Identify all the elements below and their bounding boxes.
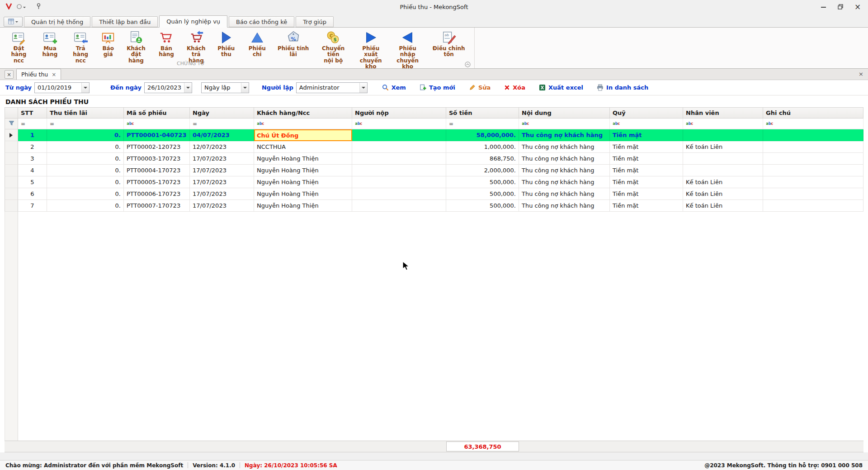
cell-noi_dung[interactable]: Thu công nợ khách hàng <box>519 188 610 200</box>
application-menu-button[interactable] <box>4 17 23 27</box>
column-header-so_tien[interactable]: Số tiền <box>446 107 519 119</box>
cell-noi_dung[interactable]: Thu công nợ khách hàng <box>519 200 610 212</box>
cell-thu_tien_lai[interactable]: 0. <box>47 165 124 176</box>
cell-noi_dung[interactable]: Thu công nợ khách hàng <box>519 141 610 153</box>
column-header-khach_hang[interactable]: Khách hàng/Ncc <box>254 107 352 119</box>
cell-quy[interactable]: Tiền mặt <box>610 188 683 200</box>
filter-cell-nhan_vien[interactable]: abc <box>683 119 763 129</box>
from-date-dropdown-button[interactable] <box>81 83 89 93</box>
cell-ghi_chu[interactable] <box>763 176 863 188</box>
tab-close-icon[interactable]: × <box>52 71 56 78</box>
cell-khach_hang[interactable]: Nguyễn Hoàng Thiện <box>254 153 352 165</box>
row-indicator[interactable] <box>5 200 18 212</box>
column-header-noi_dung[interactable]: Nội dung <box>519 107 610 119</box>
grid-row-4[interactable]: 40.PTT00004-17072317/07/2023Nguyễn Hoàng… <box>5 165 863 176</box>
cell-nguoi_nop[interactable] <box>352 141 446 153</box>
column-header-quy[interactable]: Quỹ <box>610 107 683 119</box>
cell-ghi_chu[interactable] <box>763 153 863 165</box>
grid-row-7[interactable]: 70.PTT00007-17072317/07/2023Nguyễn Hoàng… <box>5 200 863 212</box>
cell-nhan_vien[interactable] <box>683 129 763 141</box>
cell-khach_hang[interactable]: Chú Út Đồng <box>254 129 352 141</box>
cell-so_tien[interactable]: 58,000,000. <box>446 129 519 141</box>
filter-cell-ngay[interactable]: = <box>190 119 254 129</box>
date-type-dropdown-button[interactable] <box>241 83 249 93</box>
cell-so_tien[interactable]: 868,750. <box>446 153 519 165</box>
to-date-input[interactable]: 26/10/2023 <box>144 82 192 93</box>
filter-cell-nguoi_nop[interactable]: abc <box>352 119 446 129</box>
cell-quy[interactable]: Tiền mặt <box>610 153 683 165</box>
cell-quy[interactable]: Tiền mặt <box>610 129 683 141</box>
tab-phieu-thu[interactable]: Phiếu thu × <box>16 69 61 80</box>
cell-nguoi_nop[interactable] <box>352 129 446 141</box>
cell-khach_hang[interactable]: NCCTHUA <box>254 141 352 153</box>
filter-cell-quy[interactable]: abc <box>610 119 683 129</box>
ribbon-button-khach-dat-hang[interactable]: Khách đặt hàng <box>121 29 151 65</box>
sua-button[interactable]: Sửa <box>469 84 491 91</box>
grid-row-5[interactable]: 50.PTT00005-17072317/07/2023Nguyễn Hoàng… <box>5 176 863 188</box>
cell-ngay[interactable]: 17/07/2023 <box>190 153 254 165</box>
cell-khach_hang[interactable]: Nguyễn Hoàng Thiện <box>254 188 352 200</box>
ribbon-tab-1[interactable]: Quản trị hệ thống <box>24 16 90 27</box>
ribbon-button-mua-hang[interactable]: Mua hàng <box>34 29 66 59</box>
row-indicator[interactable] <box>5 129 18 141</box>
cell-ma_so_phieu[interactable]: PTT00003-170723 <box>124 153 190 165</box>
cell-ghi_chu[interactable] <box>763 200 863 212</box>
cell-nhan_vien[interactable]: Kế toán Liên <box>683 176 763 188</box>
cell-ngay[interactable]: 17/07/2023 <box>190 200 254 212</box>
cell-stt[interactable]: 6 <box>18 188 47 200</box>
cell-so_tien[interactable]: 2,000,000. <box>446 165 519 176</box>
cell-nhan_vien[interactable]: Kế toán Liên <box>683 200 763 212</box>
ribbon-tab-5[interactable]: Trợ giúp <box>296 16 334 27</box>
cell-ngay[interactable]: 12/07/2023 <box>190 141 254 153</box>
cell-ma_so_phieu[interactable]: PTT00001-040723 <box>124 129 190 141</box>
column-header-ma_so_phieu[interactable]: Mã số phiếu <box>124 107 190 119</box>
row-indicator[interactable] <box>5 141 18 153</box>
cell-stt[interactable]: 3 <box>18 153 47 165</box>
column-header-stt[interactable]: STT <box>18 107 47 119</box>
pin-icon[interactable] <box>36 3 41 11</box>
cell-quy[interactable]: Tiền mặt <box>610 141 683 153</box>
cell-nhan_vien[interactable]: Kế toán Liên <box>683 141 763 153</box>
ribbon-button-phieu-chi[interactable]: Phiếu chi <box>242 29 272 59</box>
from-date-input[interactable]: 01/10/2019 <box>34 82 90 93</box>
cell-nhan_vien[interactable] <box>683 153 763 165</box>
cell-thu_tien_lai[interactable]: 0. <box>47 176 124 188</box>
cell-thu_tien_lai[interactable]: 0. <box>47 129 124 141</box>
cell-stt[interactable]: 4 <box>18 165 47 176</box>
cell-ngay[interactable]: 17/07/2023 <box>190 188 254 200</box>
cell-stt[interactable]: 7 <box>18 200 47 212</box>
column-header-thu_tien_lai[interactable]: Thu tiền lãi <box>47 107 124 119</box>
cell-so_tien[interactable]: 500,000. <box>446 200 519 212</box>
cell-noi_dung[interactable]: Thu công nợ khách hàng <box>519 129 610 141</box>
creator-dropdown-button[interactable] <box>359 83 367 93</box>
filter-cell-thu_tien_lai[interactable]: = <box>47 119 124 129</box>
to-date-dropdown-button[interactable] <box>184 83 192 93</box>
column-header-nguoi_nop[interactable]: Người nộp <box>352 107 446 119</box>
ribbon-button-phieu-tinh-lai[interactable]: %Phiếu tính lãi <box>272 29 314 59</box>
cell-nhan_vien[interactable]: Kế toán Liên <box>683 188 763 200</box>
filter-cell-ghi_chu[interactable]: abc <box>763 119 863 129</box>
ribbon-button-bao-gia[interactable]: Báo giá <box>95 29 121 59</box>
row-indicator[interactable] <box>5 165 18 176</box>
cell-thu_tien_lai[interactable]: 0. <box>47 153 124 165</box>
cell-so_tien[interactable]: 1,000,000. <box>446 141 519 153</box>
cell-khach_hang[interactable]: Nguyễn Hoàng Thiện <box>254 200 352 212</box>
cell-ngay[interactable]: 04/07/2023 <box>190 129 254 141</box>
grid-row-2[interactable]: 20.PTT00002-12072312/07/2023NCCTHUA1,000… <box>5 141 863 153</box>
ribbon-button-khach-tra-hang[interactable]: Khách trả hàng <box>182 29 210 65</box>
filter-cell-so_tien[interactable]: = <box>446 119 519 129</box>
grid-row-6[interactable]: 60.PTT00006-17072317/07/2023Nguyễn Hoàng… <box>5 188 863 200</box>
ribbon-button-ban-hang[interactable]: Bán hàng <box>151 29 182 59</box>
ribbon-button-dat-hang-ncc[interactable]: Đặt hàng ncc <box>4 29 34 65</box>
column-header-nhan_vien[interactable]: Nhân viên <box>683 107 763 119</box>
xoa-button[interactable]: Xóa <box>504 84 525 91</box>
quick-access-toolbar-button[interactable] <box>16 3 26 11</box>
cell-ngay[interactable]: 17/07/2023 <box>190 176 254 188</box>
in-danh-sach-button[interactable]: In danh sách <box>597 84 648 91</box>
cell-khach_hang[interactable]: Nguyễn Hoàng Thiện <box>254 176 352 188</box>
restore-button[interactable] <box>832 0 849 14</box>
tao-moi-button[interactable]: Tạo mới <box>420 84 455 91</box>
ribbon-collapse-button[interactable] <box>465 61 471 69</box>
cell-noi_dung[interactable]: Thu công nợ khách hàng <box>519 165 610 176</box>
xuat-excel-button[interactable]: Xuất excel <box>539 84 583 91</box>
